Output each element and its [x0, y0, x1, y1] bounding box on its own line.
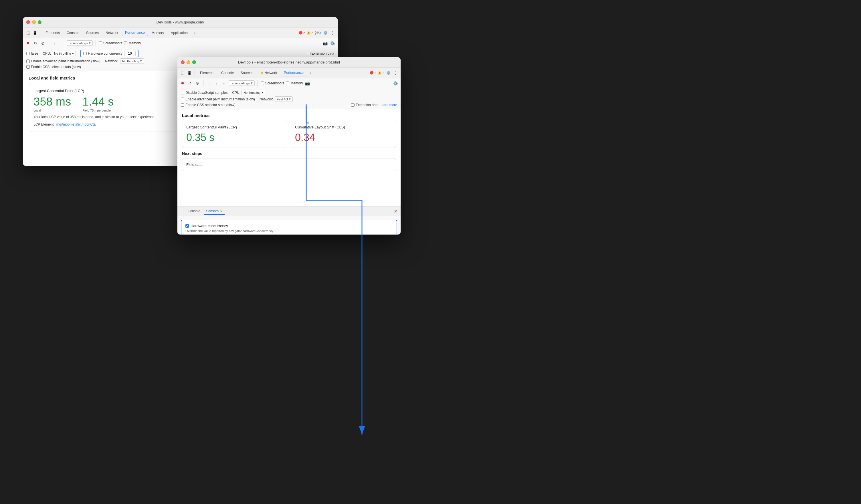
disable-js-checkbox-fg[interactable]: Disable JavaScript samples: [181, 91, 228, 95]
tab-network-bg[interactable]: Network: [103, 30, 121, 36]
tab-performance-fg[interactable]: Performance: [281, 70, 306, 76]
disable-js-input-bg[interactable]: [26, 52, 30, 55]
lcp-element-value-bg[interactable]: img#moon-static.moonCta: [55, 123, 96, 126]
cpu-select-box-bg[interactable]: No throttling ▾: [52, 51, 76, 56]
camera-icon-bg[interactable]: 📷: [322, 40, 328, 46]
advanced-paint-checkbox-bg[interactable]: Enable advanced paint instrumentation (s…: [26, 59, 100, 63]
clear-icon-fg[interactable]: ⊘: [194, 80, 200, 86]
memory-checkbox-fg[interactable]: Memory: [286, 81, 303, 85]
warn-triangle-icon-fg: ⚠️: [378, 71, 382, 75]
network-select-box-fg[interactable]: Fast 4G ▾: [275, 96, 293, 102]
advanced-paint-input-fg[interactable]: [181, 98, 184, 101]
cls-card-fg: Cumulative Layout Shift (CLS) 0.34: [291, 121, 396, 148]
advanced-paint-input-bg[interactable]: [26, 59, 30, 63]
maximize-button-fg[interactable]: [192, 60, 196, 64]
hw-concurrency-input-bg[interactable]: [83, 52, 87, 55]
more-tabs-icon-fg[interactable]: »: [308, 70, 313, 76]
upload-icon-fg[interactable]: ↑: [206, 80, 212, 86]
record-icon-fg[interactable]: ⏺: [180, 80, 186, 86]
cpu-select-box-fg[interactable]: No throttling ▾: [242, 90, 265, 95]
recordings-select-fg[interactable]: no recordings ▾: [229, 80, 255, 86]
window-titlebar-fg: DevTools - emscripten-dbg-stories.netlif…: [177, 57, 400, 68]
tab-application-bg[interactable]: Application: [168, 30, 191, 36]
upload-icon-bg[interactable]: ↑: [52, 40, 57, 46]
hw-concurrency-checkbox-bg[interactable]: Hardware concurrency: [83, 52, 122, 56]
maximize-button-bg[interactable]: [38, 20, 41, 24]
home-icon-fg[interactable]: ⌂: [221, 80, 227, 86]
minimize-button-fg[interactable]: [187, 60, 190, 64]
device-toggle-icon[interactable]: 📱: [32, 30, 38, 36]
download-icon-fg[interactable]: ↓: [214, 80, 219, 86]
extension-data-label-fg: Extension data: [356, 103, 378, 107]
hw-concurrency-label-bg: Hardware concurrency: [88, 52, 122, 56]
tab-elements-fg[interactable]: Elements: [197, 70, 217, 76]
tab-console-fg[interactable]: Console: [218, 70, 237, 76]
tab-network-fg[interactable]: ⚠️ Network: [257, 70, 280, 76]
refresh-icon-fg[interactable]: ↺: [187, 80, 193, 86]
dropdown-arrow-bg: ▾: [89, 41, 91, 45]
extension-data-label-bg: Extension data: [312, 52, 334, 56]
refresh-icon-bg[interactable]: ↺: [32, 40, 38, 46]
memory-check-input-fg[interactable]: [286, 82, 289, 85]
next-steps-title-fg: Next steps: [182, 151, 396, 156]
clear-icon-bg[interactable]: ⊘: [40, 40, 46, 46]
memory-checkbox-bg[interactable]: Memory: [124, 41, 141, 45]
sensors-tab-close[interactable]: ✕: [220, 210, 222, 213]
error-badge-fg: 🔴 1: [370, 71, 376, 75]
inspect-icon[interactable]: ⬚: [25, 30, 31, 36]
css-selector-checkbox-fg[interactable]: Enable CSS selector stats (slow): [181, 103, 235, 107]
more-options-icon-bg[interactable]: ⋮: [330, 30, 336, 36]
settings-gear-icon-fg[interactable]: ⚙️: [393, 80, 398, 86]
panel-close-button[interactable]: ✕: [393, 209, 398, 214]
record-icon-bg[interactable]: ⏺: [25, 40, 31, 46]
screenshots-checkbox-fg[interactable]: Screenshots: [261, 81, 284, 85]
extension-data-input-fg[interactable]: [351, 103, 355, 107]
learn-more-link-fg[interactable]: Learn more: [380, 103, 397, 107]
screenshots-check-input-bg[interactable]: [99, 41, 102, 45]
local-metrics-title-fg: Local metrics: [182, 113, 396, 118]
disable-js-input-fg[interactable]: [181, 91, 184, 94]
lcp-inline-value: 358 ms: [70, 115, 81, 119]
close-button-fg[interactable]: [181, 60, 184, 64]
sensors-panel-dots[interactable]: ⋮: [180, 209, 184, 214]
screenshots-check-input-fg[interactable]: [261, 82, 264, 85]
tabs-bar-fg: ⬚ 📱 Elements Console Sources ⚠️ Network …: [177, 68, 400, 79]
hw-card-checkbox-sensors[interactable]: [186, 224, 189, 228]
tab-elements-bg[interactable]: Elements: [43, 30, 63, 36]
css-selector-input-bg[interactable]: [26, 65, 30, 69]
css-selector-checkbox-bg[interactable]: Enable CSS selector stats (slow): [26, 65, 81, 69]
minimize-button-bg[interactable]: [32, 20, 36, 24]
advanced-paint-checkbox-fg[interactable]: Enable advanced paint instrumentation (s…: [181, 97, 255, 101]
camera-icon-fg[interactable]: 📷: [305, 80, 311, 86]
tab-performance-bg[interactable]: Performance: [122, 29, 148, 36]
tab-sensors-active[interactable]: Sensors ✕: [204, 208, 224, 215]
cpu-arrow-fg: ▾: [261, 91, 263, 94]
hw-concurrency-value-bg[interactable]: [124, 51, 136, 56]
settings-icon-fg[interactable]: ⚙️: [386, 70, 391, 75]
network-select-box-bg[interactable]: No throttling ▾: [120, 58, 144, 64]
tab-memory-bg[interactable]: Memory: [149, 30, 167, 36]
more-options-icon-fg[interactable]: ⋮: [393, 70, 398, 76]
more-tabs-icon[interactable]: »: [192, 30, 197, 36]
extension-data-checkbox-fg[interactable]: Extension data Learn more: [351, 103, 397, 107]
device-toggle-icon-fg[interactable]: 📱: [187, 70, 192, 76]
download-icon-bg[interactable]: ↓: [59, 40, 65, 46]
lcp-local-label-bg: Local: [33, 109, 71, 112]
css-selector-input-fg[interactable]: [181, 103, 184, 107]
settings-gear-icon-bg[interactable]: ⚙️: [330, 40, 336, 46]
close-button-bg[interactable]: [26, 20, 30, 24]
extension-data-checkbox-bg[interactable]: Extension data: [307, 52, 334, 56]
recordings-select-bg[interactable]: no recordings ▾: [67, 40, 93, 46]
memory-check-input-bg[interactable]: [124, 41, 127, 45]
inspect-icon-fg[interactable]: ⬚: [180, 70, 186, 76]
warn-badge-fg: ⚠️ 1: [378, 71, 384, 75]
extension-data-input-bg[interactable]: [307, 52, 311, 55]
lcp-local-group: 358 ms Local: [33, 95, 71, 112]
screenshots-checkbox-bg[interactable]: Screenshots: [99, 41, 122, 45]
tab-console-bg[interactable]: Console: [64, 30, 82, 36]
settings-icon-bg[interactable]: ⚙️: [323, 30, 328, 36]
tab-console-sensors[interactable]: Console: [186, 208, 203, 215]
tab-sources-fg[interactable]: Sources: [238, 70, 256, 76]
tab-sources-bg[interactable]: Sources: [83, 30, 101, 36]
disable-js-checkbox-bg[interactable]: false: [26, 52, 38, 56]
